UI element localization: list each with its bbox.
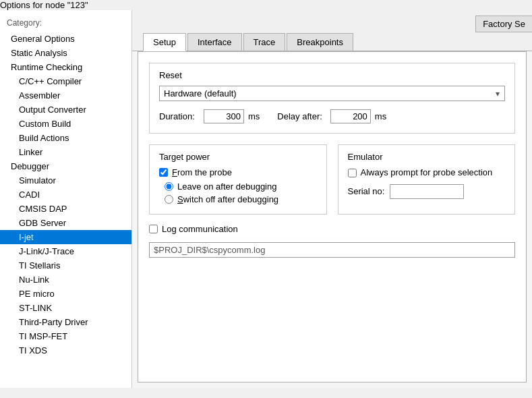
sidebar-item-third-party[interactable]: Third-Party Driver	[0, 315, 131, 329]
duration-unit: ms	[248, 111, 260, 121]
serial-label: Serial no:	[348, 186, 385, 196]
sidebar-item-general-options[interactable]: General Options	[0, 32, 131, 46]
log-path-input[interactable]	[149, 242, 515, 258]
from-probe-label[interactable]: From the probe	[172, 167, 232, 177]
sidebar-item-jlink[interactable]: J-Link/J-Trace	[0, 244, 131, 258]
tab-bar: Setup Interface Trace Breakpoints	[132, 10, 532, 51]
title-bar: Options for node "123"	[0, 0, 532, 10]
log-section: Log communication	[149, 224, 515, 258]
reset-dropdown-wrapper: Hardware (default) Software None	[159, 86, 505, 101]
sidebar-item-st-link[interactable]: ST-LINK	[0, 301, 131, 315]
sidebar-item-nu-link[interactable]: Nu-Link	[0, 273, 131, 287]
switch-off-row: Switch off after debugging	[159, 194, 317, 204]
tab-breakpoints[interactable]: Breakpoints	[287, 33, 353, 51]
content-area: Factory Se Setup Interface Trace Breakpo…	[132, 10, 532, 388]
sidebar-item-pe-micro[interactable]: PE micro	[0, 287, 131, 301]
factory-settings-button[interactable]: Factory Se	[475, 16, 532, 32]
leave-on-row: Leave on after debugging	[159, 181, 317, 192]
bottom-row: Target power From the probe Leave on aft…	[149, 144, 515, 215]
log-checkbox-row: Log communication	[149, 224, 515, 234]
sidebar-item-cpp-compiler[interactable]: C/C++ Compiler	[0, 74, 131, 88]
serial-input[interactable]	[390, 184, 464, 199]
sidebar-item-build-actions[interactable]: Build Actions	[0, 131, 131, 145]
sidebar-item-assembler[interactable]: Assembler	[0, 88, 131, 103]
setup-panel: Reset Hardware (default) Software None D…	[138, 51, 527, 382]
always-prompt-label[interactable]: Always prompt for probe selection	[361, 167, 493, 179]
sidebar-item-linker[interactable]: Linker	[0, 145, 131, 159]
reset-section: Reset Hardware (default) Software None D…	[149, 63, 515, 134]
emulator-section: Emulator Always prompt for probe selecti…	[338, 144, 516, 215]
sidebar-item-gdb-server[interactable]: GDB Server	[0, 216, 131, 230]
sidebar-item-simulator[interactable]: Simulator	[0, 173, 131, 188]
always-prompt-row: Always prompt for probe selection	[348, 167, 506, 179]
leave-on-radio[interactable]	[165, 182, 173, 191]
duration-label: Duration:	[159, 111, 200, 121]
delay-input[interactable]	[330, 109, 371, 123]
leave-on-label[interactable]: Leave on after debugging	[177, 181, 276, 192]
log-checkbox[interactable]	[149, 225, 158, 233]
switch-off-radio[interactable]	[165, 195, 173, 204]
switch-off-label[interactable]: Switch off after debugging	[177, 194, 278, 204]
target-power-title: Target power	[159, 152, 317, 162]
sidebar-item-cmsis-dap[interactable]: CMSIS DAP	[0, 202, 131, 216]
sidebar-item-ti-stellaris[interactable]: TI Stellaris	[0, 258, 131, 273]
tab-interface[interactable]: Interface	[187, 33, 242, 51]
sidebar-item-static-analysis[interactable]: Static Analysis	[0, 46, 131, 60]
sidebar: Category: General Options Static Analysi…	[0, 10, 132, 388]
emulator-title: Emulator	[348, 152, 506, 162]
sidebar-item-output-converter[interactable]: Output Converter	[0, 103, 131, 117]
duration-input[interactable]	[204, 109, 244, 123]
from-probe-checkbox[interactable]	[159, 168, 168, 177]
sidebar-item-custom-build[interactable]: Custom Build	[0, 117, 131, 131]
reset-dropdown-row: Hardware (default) Software None	[159, 86, 505, 101]
sidebar-item-ti-xds[interactable]: TI XDS	[0, 343, 131, 358]
tab-setup[interactable]: Setup	[143, 33, 186, 51]
serial-row: Serial no:	[348, 184, 506, 199]
from-probe-row: From the probe	[159, 167, 317, 177]
sidebar-item-runtime-checking[interactable]: Runtime Checking	[0, 60, 131, 74]
always-prompt-checkbox[interactable]	[348, 169, 357, 177]
sidebar-item-debugger[interactable]: Debugger	[0, 159, 131, 173]
delay-unit: ms	[375, 111, 386, 121]
target-power-section: Target power From the probe Leave on aft…	[149, 144, 327, 215]
tab-trace[interactable]: Trace	[243, 33, 286, 51]
sidebar-item-ti-msp-fet[interactable]: TI MSP-FET	[0, 329, 131, 343]
duration-row: Duration: ms Delay after: ms	[159, 109, 505, 123]
sidebar-item-cadi[interactable]: CADI	[0, 188, 131, 202]
sidebar-item-ijet[interactable]: I-jet	[0, 230, 131, 244]
category-label: Category:	[0, 16, 131, 32]
delay-label: Delay after:	[277, 111, 322, 121]
reset-title: Reset	[159, 70, 505, 80]
window-title: Options for node "123"	[0, 0, 88, 10]
reset-dropdown[interactable]: Hardware (default) Software None	[159, 86, 505, 101]
log-label[interactable]: Log communication	[162, 224, 238, 234]
